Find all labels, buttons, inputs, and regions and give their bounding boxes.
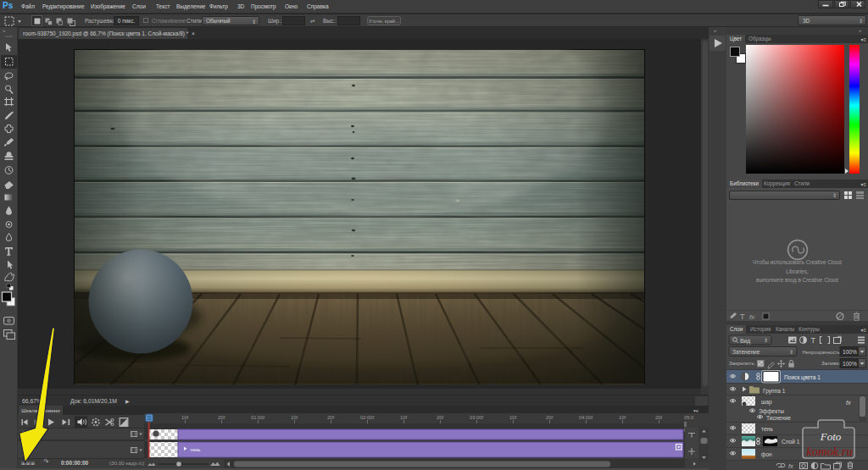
svg-text:▾≡: ▾≡ [693,408,698,413]
svg-text:03:00f: 03:00f [470,415,484,420]
svg-text:20f: 20f [655,415,662,420]
svg-text:10f: 10f [181,415,188,420]
svg-text:20f: 20f [437,415,443,420]
svg-text:20f: 20f [327,415,334,420]
svg-text:Закрепить:: Закрепить: [729,360,756,366]
svg-text:Вид: Вид [740,338,750,345]
svg-text:⇕: ⇕ [764,338,768,343]
svg-text:⇕: ⇕ [789,350,793,355]
svg-text:Группа 1: Группа 1 [763,388,786,395]
svg-text:Непрозрачность:: Непрозрачность: [803,350,843,355]
svg-text:T: T [740,312,745,321]
svg-text:20f: 20f [546,415,553,420]
svg-text:20f: 20f [218,415,225,420]
svg-text:100%: 100% [843,349,857,355]
svg-text:шар: шар [761,399,772,406]
svg-text:10f: 10f [509,415,516,420]
svg-text:тень: тень [190,447,200,452]
svg-text:фон: фон [761,451,772,458]
svg-text:komok.ru: komok.ru [806,445,852,458]
svg-text:Затенение: Затенение [732,349,760,355]
svg-text:fx: fx [749,313,755,321]
svg-text:»: » [3,28,6,33]
svg-text:10f: 10f [291,415,298,420]
svg-text:fx: fx [788,462,793,470]
svg-text:100%: 100% [843,361,857,367]
svg-text:Поиск цвета 1: Поиск цвета 1 [784,374,821,381]
svg-text:05:0: 05:0 [684,415,693,420]
svg-text:Foto: Foto [820,430,842,443]
svg-text:10f: 10f [400,415,407,420]
svg-text:04:00f: 04:00f [579,415,593,420]
svg-text:T: T [811,336,816,345]
svg-text:тень: тень [761,426,773,432]
svg-text:01:00f: 01:00f [251,415,265,420]
svg-text:fx: fx [846,399,851,406]
svg-text:10f: 10f [619,415,626,420]
svg-text:02:00f: 02:00f [360,415,375,420]
svg-text:Тиснение: Тиснение [766,415,791,421]
svg-text:Эффекты: Эффекты [759,408,784,415]
